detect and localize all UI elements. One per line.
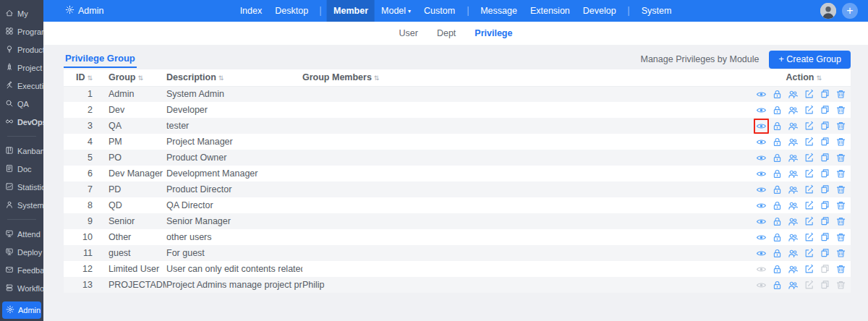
action-lock-icon[interactable] xyxy=(772,168,783,179)
action-delete-icon[interactable] xyxy=(835,216,846,227)
manage-privileges-link[interactable]: Manage Privileges by Module xyxy=(641,54,760,64)
nav-model[interactable]: Model▾ xyxy=(375,0,417,22)
action-copy-icon[interactable] xyxy=(820,89,830,100)
action-lock-icon[interactable] xyxy=(772,216,783,227)
action-copy-icon[interactable] xyxy=(820,232,830,243)
action-view-icon[interactable] xyxy=(756,137,767,147)
action-delete-icon[interactable] xyxy=(835,121,846,132)
sidebar-item-doc[interactable]: Doc xyxy=(0,160,43,178)
action-members-icon[interactable] xyxy=(788,153,799,163)
action-copy-icon[interactable] xyxy=(820,121,830,132)
sidebar-item-my[interactable]: My xyxy=(0,4,43,22)
avatar[interactable] xyxy=(820,3,836,19)
topbar-app[interactable]: Admin xyxy=(43,5,103,17)
action-copy-icon[interactable] xyxy=(820,137,830,147)
sidebar-item-product[interactable]: Product xyxy=(0,40,43,59)
action-members-icon[interactable] xyxy=(788,232,799,243)
action-edit-icon[interactable] xyxy=(804,168,814,179)
action-members-icon[interactable] xyxy=(788,200,799,211)
action-members-icon[interactable] xyxy=(788,184,799,195)
action-members-icon[interactable] xyxy=(788,280,799,291)
nav-desktop[interactable]: Desktop xyxy=(268,0,315,22)
action-members-icon[interactable] xyxy=(788,248,799,259)
sidebar-item-qa[interactable]: QA xyxy=(0,95,43,113)
action-edit-icon[interactable] xyxy=(804,200,814,211)
action-lock-icon[interactable] xyxy=(772,137,783,147)
action-view-icon[interactable] xyxy=(756,200,767,211)
action-lock-icon[interactable] xyxy=(772,232,783,243)
sidebar-item-feedback[interactable]: Feedback xyxy=(0,261,43,279)
action-delete-icon[interactable] xyxy=(835,248,846,259)
sidebar-item-deploy[interactable]: Deploy xyxy=(0,243,43,261)
action-lock-icon[interactable] xyxy=(772,280,783,291)
action-edit-icon[interactable] xyxy=(804,184,814,195)
action-view-icon[interactable] xyxy=(756,89,767,100)
col-header-description[interactable]: Description⇅ xyxy=(166,69,302,86)
sidebar-item-statistic[interactable]: Statistic xyxy=(0,178,43,196)
action-edit-icon[interactable] xyxy=(804,264,814,275)
action-lock-icon[interactable] xyxy=(772,89,783,100)
add-button[interactable] xyxy=(842,3,858,19)
col-header-action[interactable]: Action⇅ xyxy=(724,69,851,86)
sidebar-item-devops[interactable]: DevOps xyxy=(0,113,43,131)
action-members-icon[interactable] xyxy=(788,216,799,227)
action-delete-icon[interactable] xyxy=(835,105,846,116)
nav-index[interactable]: Index xyxy=(234,0,269,22)
action-members-icon[interactable] xyxy=(788,105,799,116)
nav-develop[interactable]: Develop xyxy=(576,0,623,22)
col-header-id[interactable]: ID⇅ xyxy=(64,69,109,86)
action-edit-icon[interactable] xyxy=(804,232,814,243)
col-header-group[interactable]: Group⇅ xyxy=(109,69,166,86)
nav-extension[interactable]: Extension xyxy=(524,0,576,22)
action-lock-icon[interactable] xyxy=(772,200,783,211)
action-view-icon[interactable] xyxy=(756,168,767,179)
nav-system[interactable]: System xyxy=(635,0,678,22)
action-copy-icon[interactable] xyxy=(820,105,830,116)
action-delete-icon[interactable] xyxy=(835,232,846,243)
sidebar-item-system[interactable]: System xyxy=(0,196,43,214)
action-lock-icon[interactable] xyxy=(772,264,783,275)
action-delete-icon[interactable] xyxy=(835,137,846,147)
action-delete-icon[interactable] xyxy=(835,153,846,163)
action-copy-icon[interactable] xyxy=(820,216,830,227)
action-edit-icon[interactable] xyxy=(804,153,814,163)
action-delete-icon[interactable] xyxy=(835,168,846,179)
action-members-icon[interactable] xyxy=(788,137,799,147)
action-lock-icon[interactable] xyxy=(772,184,783,195)
action-copy-icon[interactable] xyxy=(820,248,830,259)
action-delete-icon[interactable] xyxy=(835,200,846,211)
action-copy-icon[interactable] xyxy=(820,200,830,211)
sidebar-item-program[interactable]: Program xyxy=(0,22,43,40)
action-delete-icon[interactable] xyxy=(835,89,846,100)
create-group-button[interactable]: + Create Group xyxy=(769,51,851,69)
action-edit-icon[interactable] xyxy=(804,137,814,147)
subtab-user[interactable]: User xyxy=(399,28,418,38)
action-view-icon[interactable] xyxy=(756,232,767,243)
action-copy-icon[interactable] xyxy=(820,184,830,195)
tab-privilege-group[interactable]: Privilege Group xyxy=(64,51,137,68)
sidebar-item-admin[interactable]: Admin xyxy=(2,301,41,319)
sidebar-item-workflow[interactable]: Workflow xyxy=(0,279,43,297)
action-delete-icon[interactable] xyxy=(835,264,846,275)
action-edit-icon[interactable] xyxy=(804,89,814,100)
action-lock-icon[interactable] xyxy=(772,105,783,116)
action-edit-icon[interactable] xyxy=(804,216,814,227)
action-copy-icon[interactable] xyxy=(820,153,830,163)
action-lock-icon[interactable] xyxy=(772,153,783,163)
action-members-icon[interactable] xyxy=(788,168,799,179)
action-members-icon[interactable] xyxy=(788,121,799,132)
action-view-icon[interactable] xyxy=(756,248,767,259)
action-members-icon[interactable] xyxy=(788,264,799,275)
action-view-icon[interactable] xyxy=(756,105,767,116)
action-lock-icon[interactable] xyxy=(772,248,783,259)
action-view-icon[interactable] xyxy=(756,121,767,132)
nav-message[interactable]: Message xyxy=(474,0,524,22)
action-copy-icon[interactable] xyxy=(820,168,830,179)
action-edit-icon[interactable] xyxy=(804,248,814,259)
action-delete-icon[interactable] xyxy=(835,184,846,195)
subtab-privilege[interactable]: Privilege xyxy=(475,28,512,38)
col-header-members[interactable]: Group Members⇅ xyxy=(302,69,724,86)
sidebar-item-kanban[interactable]: Kanban xyxy=(0,142,43,160)
action-edit-icon[interactable] xyxy=(804,105,814,116)
action-view-icon[interactable] xyxy=(756,153,767,163)
